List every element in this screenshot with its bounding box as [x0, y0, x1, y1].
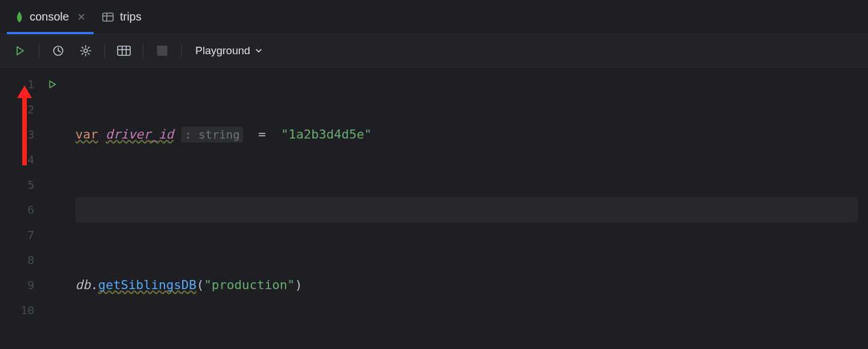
chevron-down-icon — [255, 47, 263, 55]
stop-icon — [157, 46, 167, 56]
code-line — [75, 197, 858, 222]
results-view-button[interactable] — [114, 41, 134, 60]
line-number: 2 — [0, 97, 40, 122]
tab-trips[interactable]: trips — [94, 0, 150, 34]
table-icon — [102, 11, 114, 23]
run-gutter — [40, 67, 65, 349]
line-number: 1 — [0, 72, 40, 97]
line-number: 7 — [0, 222, 40, 247]
run-line-button[interactable] — [40, 72, 65, 97]
line-number: 8 — [0, 247, 40, 273]
mongodb-leaf-icon — [15, 11, 24, 23]
editor-tabs: console ✕ trips — [0, 0, 868, 34]
separator — [105, 43, 105, 58]
stop-button[interactable] — [152, 41, 172, 60]
line-number: 3 — [0, 122, 40, 147]
code-area[interactable]: var driver_id : string = "1a2b3d4d5e" db… — [65, 67, 868, 349]
tab-console[interactable]: console ✕ — [7, 0, 94, 34]
separator — [143, 43, 143, 58]
line-number: 10 — [0, 298, 40, 323]
toolbar: Playground — [0, 34, 868, 67]
datasource-dropdown[interactable]: Playground — [191, 42, 267, 59]
svg-point-4 — [84, 49, 87, 52]
svg-rect-5 — [118, 46, 130, 55]
line-number: 6 — [0, 197, 40, 222]
code-editor[interactable]: 1 2 3 4 5 6 7 8 9 10 var driver_id : str… — [0, 67, 868, 349]
tab-label: trips — [120, 10, 142, 23]
close-icon[interactable]: ✕ — [77, 11, 86, 23]
line-number: 5 — [0, 172, 40, 197]
tab-label: console — [30, 10, 69, 23]
history-button[interactable] — [49, 41, 68, 60]
separator — [39, 43, 39, 58]
dropdown-label: Playground — [195, 44, 250, 57]
run-button[interactable] — [10, 41, 30, 60]
settings-button[interactable] — [76, 41, 95, 60]
line-number: 9 — [0, 273, 40, 298]
code-line: db.getSiblingsDB("production") — [75, 273, 858, 298]
separator — [181, 43, 182, 58]
code-line: var driver_id : string = "1a2b3d4d5e" — [75, 122, 858, 147]
line-number: 4 — [0, 147, 40, 172]
svg-rect-0 — [103, 13, 113, 21]
gutter: 1 2 3 4 5 6 7 8 9 10 — [0, 67, 40, 349]
